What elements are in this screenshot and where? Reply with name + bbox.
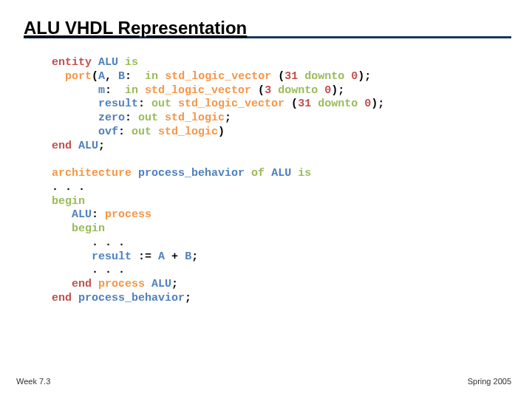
assign-op: := xyxy=(138,250,151,263)
num-31: 31 xyxy=(298,98,311,110)
kw-is: is xyxy=(298,167,311,180)
ellipsis: . . . xyxy=(52,181,85,194)
sig-result: result xyxy=(98,98,138,110)
sig-a: A xyxy=(98,70,105,83)
sig-ovf: ovf xyxy=(98,126,118,138)
kw-begin: begin xyxy=(72,222,105,235)
kw-end: end xyxy=(72,278,92,290)
process-label-end: ALU xyxy=(151,278,171,290)
arch-entity: ALU xyxy=(271,167,291,180)
kw-out: out xyxy=(138,112,158,124)
num-0: 0 xyxy=(324,84,331,97)
type-slv: std_logic_vector xyxy=(145,84,251,97)
content-area: entity ALU is port(A, B: in std_logic_ve… xyxy=(0,38,532,306)
kw-downto: downto xyxy=(318,98,358,110)
kw-begin: begin xyxy=(52,195,85,208)
kw-architecture: architecture xyxy=(52,167,132,180)
process-label: ALU xyxy=(72,208,92,221)
page-title: ALU VHDL Representation xyxy=(24,18,247,38)
kw-is: is xyxy=(125,56,138,69)
num-3: 3 xyxy=(265,84,271,97)
kw-downto: downto xyxy=(304,70,344,83)
arch-name-end: process_behavior xyxy=(78,292,185,304)
type-sl: std_logic xyxy=(165,112,225,124)
kw-end: end xyxy=(52,292,72,304)
kw-process: process xyxy=(105,208,151,221)
type-slv: std_logic_vector xyxy=(165,70,271,83)
kw-out: out xyxy=(132,126,151,138)
num-0: 0 xyxy=(351,70,358,83)
kw-out: out xyxy=(151,98,171,110)
footer-left: Week 7.3 xyxy=(16,377,50,386)
ellipsis: . . . xyxy=(92,264,125,276)
sig-b: B xyxy=(118,70,125,83)
operand-a: A xyxy=(158,250,165,263)
kw-entity: entity xyxy=(52,56,92,69)
kw-port: port xyxy=(65,70,92,83)
sig-m: m xyxy=(98,84,105,97)
type-sl: std_logic xyxy=(158,126,218,138)
plus-op: + xyxy=(171,250,178,263)
footer-right: Spring 2005 xyxy=(468,377,511,386)
sig-zero: zero xyxy=(98,112,125,124)
num-31: 31 xyxy=(284,70,298,83)
ellipsis: . . . xyxy=(92,236,125,249)
kw-process: process xyxy=(98,278,145,290)
type-slv: std_logic_vector xyxy=(178,98,284,110)
entity-name-end: ALU xyxy=(78,140,98,152)
footer: Week 7.3 Spring 2005 xyxy=(0,377,532,386)
entity-name: ALU xyxy=(98,56,118,69)
kw-end: end xyxy=(52,140,72,152)
vhdl-code-block: entity ALU is port(A, B: in std_logic_ve… xyxy=(52,56,502,306)
kw-of: of xyxy=(251,167,265,180)
arch-name: process_behavior xyxy=(138,167,245,180)
kw-downto: downto xyxy=(278,84,318,97)
operand-b: B xyxy=(185,250,191,263)
kw-in: in xyxy=(125,84,138,97)
stmt-result: result xyxy=(92,250,132,263)
kw-in: in xyxy=(145,70,158,83)
num-0: 0 xyxy=(364,98,371,110)
